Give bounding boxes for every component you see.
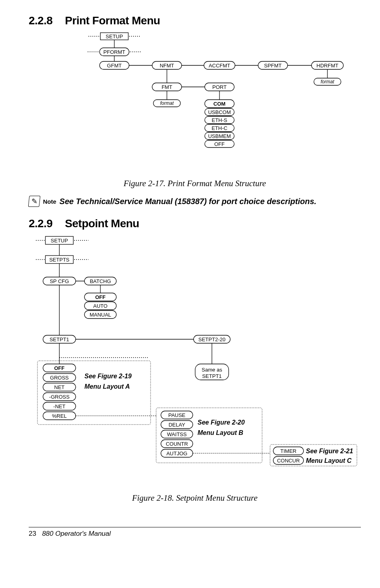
svg-text:SETPT1: SETPT1 — [202, 373, 221, 379]
svg-text:ETH-C: ETH-C — [212, 125, 227, 131]
svg-text:WAITSS: WAITSS — [167, 431, 187, 437]
svg-text:SETPT2-20: SETPT2-20 — [198, 336, 225, 342]
svg-text:SPFMT: SPFMT — [264, 63, 282, 69]
svg-text:SETPTS: SETPTS — [49, 257, 70, 263]
figure-2-18: .box{ fill:#fff; stroke:#000; stroke-wid… — [29, 234, 361, 491]
svg-text:CONCUR: CONCUR — [277, 458, 300, 464]
svg-text:NET: NET — [54, 384, 65, 390]
svg-text:OFF: OFF — [54, 365, 65, 371]
svg-text:SP CFG: SP CFG — [50, 278, 69, 284]
page-number: 23 — [29, 530, 36, 537]
svg-text:MANUAL: MANUAL — [90, 312, 111, 318]
svg-text:USBCOM: USBCOM — [208, 109, 231, 115]
svg-text:%REL: %REL — [52, 413, 67, 419]
note-icon: ✎ — [28, 196, 41, 207]
svg-text:BATCHG: BATCHG — [90, 278, 111, 284]
svg-text:Menu Layout B: Menu Layout B — [198, 429, 243, 436]
svg-text:OFF: OFF — [95, 294, 106, 300]
svg-text:SETUP: SETUP — [51, 238, 68, 244]
svg-text:Same as: Same as — [202, 367, 222, 373]
svg-text:PORT: PORT — [212, 84, 227, 90]
svg-text:PFORMT: PFORMT — [104, 49, 125, 55]
section-title: Print Format Menu — [65, 14, 160, 27]
svg-text:TIMER: TIMER — [280, 448, 296, 454]
section-heading-228: 2.2.8 Print Format Menu — [29, 14, 361, 27]
svg-text:NFMT: NFMT — [160, 63, 174, 69]
svg-text:ACCFMT: ACCFMT — [209, 63, 230, 69]
svg-text:GROSS: GROSS — [50, 375, 69, 381]
svg-text:See Figure 2-20: See Figure 2-20 — [198, 419, 245, 426]
svg-text:format: format — [160, 100, 174, 106]
svg-text:Menu Layout C: Menu Layout C — [306, 457, 352, 464]
svg-text:DELAY: DELAY — [168, 422, 185, 428]
section-number: 2.2.9 — [29, 217, 53, 230]
svg-text:FMT: FMT — [162, 84, 172, 90]
svg-text:Menu Layout A: Menu Layout A — [84, 383, 130, 390]
svg-text:COUNTR: COUNTR — [166, 441, 188, 447]
doc-title: 880 Operator's Manual — [42, 530, 111, 537]
svg-text:HDRFMT: HDRFMT — [317, 63, 339, 69]
svg-text:ETH-S: ETH-S — [212, 117, 227, 123]
svg-text:SETUP: SETUP — [106, 33, 123, 39]
page-footer: 23 880 Operator's Manual — [29, 527, 361, 538]
svg-text:PAUSE: PAUSE — [168, 412, 185, 418]
note-row: ✎ Note See Technical/Service Manual (158… — [29, 196, 361, 207]
svg-text:-GROSS: -GROSS — [49, 394, 70, 400]
svg-text:SETPT1: SETPT1 — [49, 336, 69, 342]
figure-caption-17: Figure 2-17. Print Format Menu Structure — [29, 179, 361, 189]
svg-text:AUTO: AUTO — [93, 303, 108, 309]
note-text: See Technical/Service Manual (158387) fo… — [59, 197, 316, 206]
note-label: Note — [43, 198, 56, 205]
section-number: 2.2.8 — [29, 14, 53, 27]
figure-2-17: .box{ fill:#fff; stroke:#000; stroke-wid… — [29, 31, 361, 176]
section-title: Setpoint Menu — [65, 217, 139, 230]
section-heading-229: 2.2.9 Setpoint Menu — [29, 217, 361, 230]
svg-text:OFF: OFF — [214, 141, 225, 147]
svg-text:AUTJOG: AUTJOG — [166, 450, 188, 456]
figure-caption-18: Figure 2-18. Setpoint Menu Structure — [29, 493, 361, 503]
svg-text:-NET: -NET — [53, 403, 65, 409]
svg-text:GFMT: GFMT — [107, 63, 122, 69]
svg-text:See Figure 2-19: See Figure 2-19 — [84, 373, 131, 380]
svg-text:USBMEM: USBMEM — [208, 133, 231, 139]
svg-text:format: format — [321, 79, 335, 85]
svg-text:See Figure 2-21: See Figure 2-21 — [306, 448, 353, 454]
svg-text:COM: COM — [214, 101, 225, 107]
